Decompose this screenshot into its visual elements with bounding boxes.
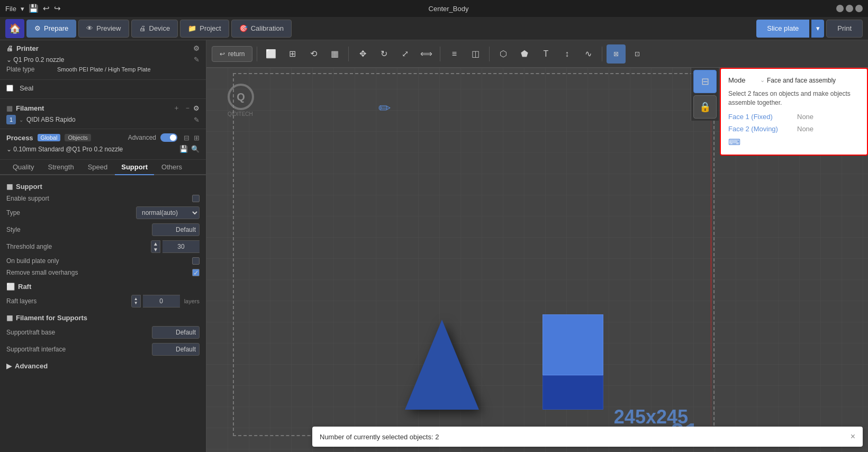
toolbar-r1-btn[interactable]: ⊠: [607, 44, 626, 64]
return-button[interactable]: ↩ return: [212, 46, 252, 62]
toolbar-align-btn[interactable]: ≡: [445, 44, 464, 64]
toolbar-r2-btn[interactable]: ⊡: [628, 44, 647, 64]
nav-prepare[interactable]: ⚙ Prepare: [26, 20, 76, 38]
remove-small-checkbox[interactable]: ✓: [192, 269, 200, 276]
nozzle-edit-icon[interactable]: ✎: [194, 56, 200, 64]
advanced-toggle[interactable]: [160, 133, 177, 142]
profile-search-icon[interactable]: 🔍: [191, 145, 200, 153]
threshold-decrement[interactable]: ▲▼: [151, 240, 160, 253]
nav-device[interactable]: 🖨 Device: [131, 20, 178, 38]
toolbar-t4-btn[interactable]: T: [536, 44, 555, 64]
filament-remove-button[interactable]: －: [182, 103, 193, 113]
nozzle-dropdown[interactable]: ⌄ Q1 Pro 0.2 nozzle: [6, 56, 191, 64]
box-bottom[interactable]: [542, 375, 603, 410]
toolbar-t2-btn[interactable]: ⬡: [494, 44, 513, 64]
printer-icon: 🖨: [6, 44, 13, 52]
slice-button[interactable]: Slice plate: [756, 20, 809, 38]
raft-group-icon: ⬜: [6, 283, 15, 291]
filament-gear-icon[interactable]: ⚙: [193, 104, 200, 112]
face-panel-help-icon[interactable]: ⌨: [728, 138, 740, 147]
toolbar-t6-btn[interactable]: ∿: [578, 44, 598, 64]
enable-support-control: [192, 195, 200, 202]
toolbar-mirror-btn[interactable]: ⟺: [417, 44, 436, 64]
advanced-group-title: ▶ Advanced: [6, 362, 200, 370]
support-interface-input[interactable]: [152, 343, 200, 356]
nav-preview[interactable]: 👁 Preview: [78, 20, 129, 38]
right-side-toolbar: ⊟ 🔒: [691, 68, 719, 121]
title-bar-left: File ▾ 💾 ↩ ↪: [5, 4, 61, 13]
face2-value: None: [797, 125, 813, 133]
rt-lock-button[interactable]: 🔒: [693, 95, 717, 119]
toolbar-grid-btn[interactable]: ⊞: [283, 44, 302, 64]
process-copy-icon[interactable]: ⊟: [184, 134, 189, 142]
tab-speed[interactable]: Speed: [82, 160, 114, 175]
tab-quality[interactable]: Quality: [6, 160, 40, 175]
build-plate-checkbox[interactable]: [192, 257, 200, 265]
face-panel: Mode ⌄ Face and face assembly Select 2 f…: [720, 68, 868, 156]
advanced-expand-icon[interactable]: ▶: [6, 362, 12, 370]
filament-item: 1 ⌄ QIDI ABS Rapido ✎: [6, 115, 200, 124]
scroll-line: [710, 68, 712, 452]
enable-support-checkbox[interactable]: [192, 195, 200, 202]
nav-calibration[interactable]: 🎯 Calibration: [231, 20, 292, 38]
box-container: [542, 314, 603, 410]
toolbar-t5-btn[interactable]: ↕: [557, 44, 576, 64]
mode-value[interactable]: Face and face assembly: [767, 77, 836, 84]
toolbar-scale-btn[interactable]: ⤢: [395, 44, 414, 64]
type-control: normal(auto): [136, 206, 200, 219]
rt-face-button[interactable]: ⊟: [693, 70, 717, 93]
pen-icon: ✏: [378, 100, 391, 117]
enable-support-row: Enable support: [6, 195, 200, 202]
tab-support[interactable]: Support: [115, 160, 154, 175]
filament-add-button[interactable]: ＋: [171, 103, 182, 113]
type-dropdown[interactable]: normal(auto): [136, 206, 200, 219]
save-icon[interactable]: 💾: [29, 4, 39, 13]
toolbar-t3-btn[interactable]: ⬟: [515, 44, 534, 64]
toolbar-t1-btn[interactable]: ◫: [466, 44, 485, 64]
filament-number: 1: [6, 115, 16, 124]
qidi-text: QIDITECH: [228, 111, 253, 117]
maximize-button[interactable]: [846, 5, 853, 12]
toolbar-move-btn[interactable]: ✥: [353, 44, 372, 64]
toolbar-table-btn[interactable]: ▦: [325, 44, 344, 64]
box-top[interactable]: [542, 314, 603, 375]
print-button[interactable]: Print: [826, 20, 863, 38]
menu-arrow[interactable]: ▾: [21, 5, 24, 13]
face-panel-icon-row: ⌨: [728, 137, 860, 147]
toolbar-rotate-btn[interactable]: ↻: [374, 44, 393, 64]
close-button[interactable]: [855, 5, 863, 12]
cone-object[interactable]: [405, 320, 479, 410]
threshold-input[interactable]: [162, 240, 200, 253]
style-input[interactable]: [152, 223, 200, 236]
undo-icon[interactable]: ↩: [43, 4, 50, 13]
build-plate-row: On build plate only: [6, 257, 200, 265]
support-base-input[interactable]: [152, 326, 200, 339]
filament-edit-icon[interactable]: ✎: [194, 116, 200, 124]
profile-dropdown[interactable]: ⌄ 0.10mm Standard @Q1 Pro 0.2 nozzle: [6, 146, 176, 153]
toolbar: ↩ return ⬜ ⊞ ⟲ ▦ ✥ ↻ ⤢ ⟺ ≡ ◫ ⬡ ⬟ T ↕ ∿ ⊠…: [206, 40, 868, 68]
menu-file[interactable]: File: [5, 5, 16, 13]
slice-dropdown[interactable]: ▾: [811, 20, 824, 38]
profile-save-icon[interactable]: 💾: [179, 145, 188, 153]
advanced-label: Advanced: [128, 134, 156, 141]
seal-checkbox[interactable]: [6, 85, 13, 92]
raft-input[interactable]: [143, 295, 180, 308]
home-button[interactable]: 🏠: [5, 19, 24, 38]
printer-gear-icon[interactable]: ⚙: [193, 44, 200, 52]
redo-icon[interactable]: ↪: [54, 4, 61, 13]
tag-global[interactable]: Global: [38, 134, 61, 141]
tag-objects[interactable]: Objects: [65, 134, 91, 141]
notification-close[interactable]: ×: [851, 432, 855, 441]
toolbar-auto-btn[interactable]: ⟲: [304, 44, 323, 64]
canvas-area: ↩ return ⬜ ⊞ ⟲ ▦ ✥ ↻ ⤢ ⟺ ≡ ◫ ⬡ ⬟ T ↕ ∿ ⊠…: [206, 40, 868, 452]
toolbar-cube-btn[interactable]: ⬜: [261, 44, 281, 64]
process-settings-icon[interactable]: ⊞: [194, 134, 200, 142]
face1-value: None: [797, 113, 813, 121]
qidi-circle: Q: [228, 84, 254, 110]
nav-project[interactable]: 📁 Project: [180, 20, 229, 38]
raft-decrement[interactable]: ▲▼: [131, 295, 141, 308]
minimize-button[interactable]: [836, 5, 844, 12]
tab-strength[interactable]: Strength: [41, 160, 80, 175]
tab-others[interactable]: Others: [155, 160, 188, 175]
threshold-control: ▲▼: [151, 240, 200, 253]
